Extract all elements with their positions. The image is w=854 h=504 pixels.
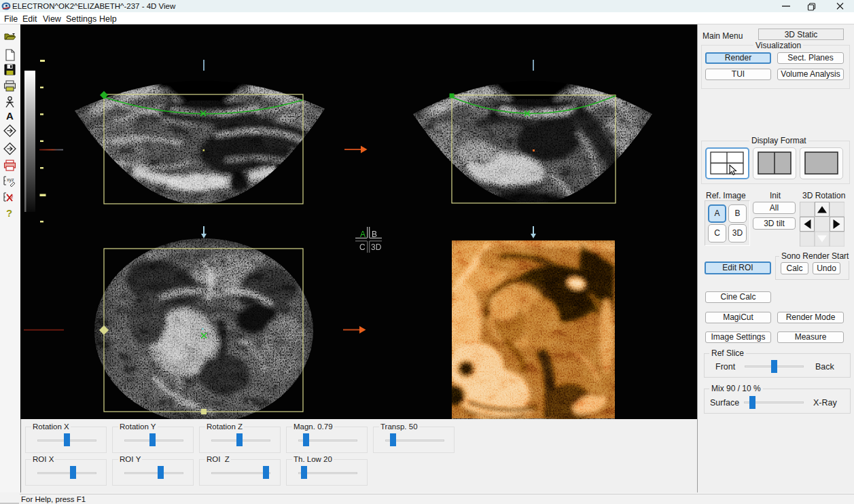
svg-text:xyz: xyz [7,177,14,183]
svg-text:B: B [372,230,377,239]
svg-text:A: A [6,110,14,122]
svg-text:A: A [360,230,366,239]
svg-text:C: C [359,242,366,252]
svg-text:?: ? [6,207,12,219]
svg-text:3D: 3D [371,242,382,252]
svg-text:z: z [11,194,14,199]
